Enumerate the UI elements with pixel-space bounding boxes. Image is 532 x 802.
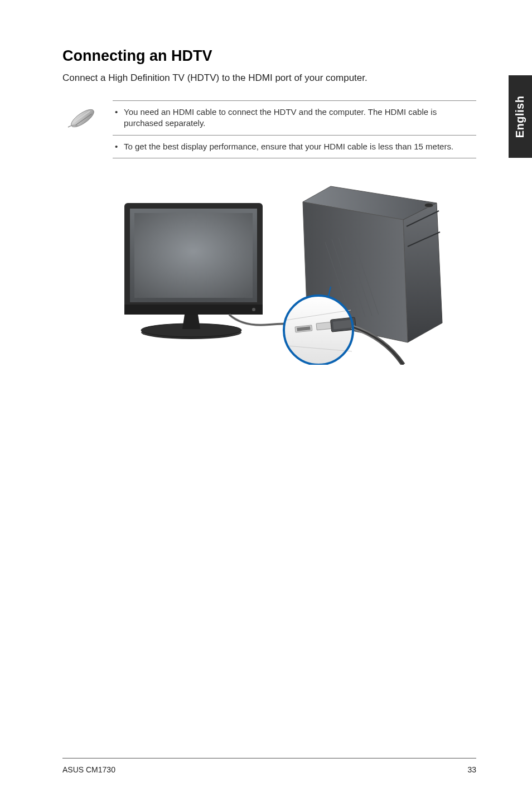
note-item: You need an HDMI cable to connect the HD… [113, 101, 476, 135]
note-item: To get the best display performance, ens… [113, 135, 476, 158]
document-page: English Connecting an HDTV Connect a Hig… [0, 0, 532, 802]
svg-point-18 [424, 203, 433, 207]
svg-rect-9 [124, 305, 263, 315]
svg-rect-8 [134, 213, 253, 298]
page-title: Connecting an HDTV [62, 47, 476, 65]
note-block: You need an HDMI cable to connect the HD… [66, 100, 476, 158]
connection-diagram [62, 181, 476, 365]
language-tab-label: English [514, 95, 527, 138]
note-list: You need an HDMI cable to connect the HD… [113, 100, 476, 158]
svg-point-0 [69, 107, 96, 130]
page-footer: ASUS CM1730 33 [62, 758, 476, 774]
footer-model: ASUS CM1730 [62, 765, 115, 774]
svg-point-10 [252, 308, 255, 311]
intro-text: Connect a High Definition TV (HDTV) to t… [62, 73, 476, 84]
language-tab: English [509, 75, 532, 158]
footer-page-number: 33 [467, 765, 476, 774]
pen-icon [66, 102, 99, 158]
